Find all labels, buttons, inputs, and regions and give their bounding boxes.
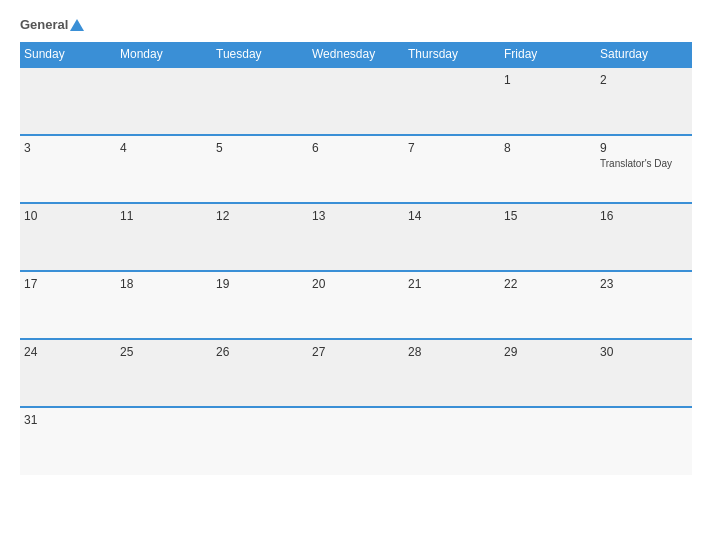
- weekday-header-wednesday: Wednesday: [308, 42, 404, 67]
- calendar-cell: [116, 407, 212, 475]
- calendar-cell: [212, 407, 308, 475]
- calendar-cell: 31: [20, 407, 116, 475]
- calendar-cell: [212, 67, 308, 135]
- day-number: 22: [504, 277, 592, 291]
- day-number: 21: [408, 277, 496, 291]
- calendar-cell: 2: [596, 67, 692, 135]
- calendar-cell: 21: [404, 271, 500, 339]
- calendar-cell: [500, 407, 596, 475]
- day-number: 28: [408, 345, 496, 359]
- weekday-header-saturday: Saturday: [596, 42, 692, 67]
- calendar-week-4: 17181920212223: [20, 271, 692, 339]
- day-number: 10: [24, 209, 112, 223]
- calendar-week-2: 3456789Translator's Day: [20, 135, 692, 203]
- weekday-header-thursday: Thursday: [404, 42, 500, 67]
- calendar-cell: 27: [308, 339, 404, 407]
- calendar-cell: 29: [500, 339, 596, 407]
- logo: General: [20, 18, 84, 32]
- calendar-week-6: 31: [20, 407, 692, 475]
- day-number: 23: [600, 277, 688, 291]
- day-number: 29: [504, 345, 592, 359]
- day-number: 14: [408, 209, 496, 223]
- day-number: 13: [312, 209, 400, 223]
- day-number: 20: [312, 277, 400, 291]
- calendar-cell: [20, 67, 116, 135]
- calendar-cell: 17: [20, 271, 116, 339]
- day-number: 17: [24, 277, 112, 291]
- weekday-header-row: SundayMondayTuesdayWednesdayThursdayFrid…: [20, 42, 692, 67]
- calendar-cell: [404, 67, 500, 135]
- calendar-cell: 19: [212, 271, 308, 339]
- calendar-cell: 10: [20, 203, 116, 271]
- calendar-cell: [116, 67, 212, 135]
- calendar-table: SundayMondayTuesdayWednesdayThursdayFrid…: [20, 42, 692, 475]
- day-number: 9: [600, 141, 688, 155]
- header: General: [20, 18, 692, 32]
- day-number: 6: [312, 141, 400, 155]
- day-number: 8: [504, 141, 592, 155]
- logo-triangle-icon: [70, 19, 84, 31]
- calendar-cell: [308, 407, 404, 475]
- day-number: 24: [24, 345, 112, 359]
- calendar-cell: [308, 67, 404, 135]
- calendar-cell: [596, 407, 692, 475]
- day-number: 7: [408, 141, 496, 155]
- calendar-cell: 9Translator's Day: [596, 135, 692, 203]
- calendar-cell: 6: [308, 135, 404, 203]
- day-number: 27: [312, 345, 400, 359]
- calendar-cell: 15: [500, 203, 596, 271]
- calendar-cell: 4: [116, 135, 212, 203]
- calendar-cell: 11: [116, 203, 212, 271]
- logo-general-text: General: [20, 18, 84, 32]
- day-number: 30: [600, 345, 688, 359]
- calendar-cell: 23: [596, 271, 692, 339]
- calendar-cell: 7: [404, 135, 500, 203]
- calendar-cell: 13: [308, 203, 404, 271]
- calendar-cell: 5: [212, 135, 308, 203]
- calendar-cell: 20: [308, 271, 404, 339]
- calendar-cell: 14: [404, 203, 500, 271]
- day-number: 19: [216, 277, 304, 291]
- weekday-header-friday: Friday: [500, 42, 596, 67]
- day-number: 15: [504, 209, 592, 223]
- day-number: 16: [600, 209, 688, 223]
- day-number: 2: [600, 73, 688, 87]
- day-number: 11: [120, 209, 208, 223]
- weekday-header-monday: Monday: [116, 42, 212, 67]
- calendar-cell: [404, 407, 500, 475]
- calendar-cell: 1: [500, 67, 596, 135]
- calendar-cell: 16: [596, 203, 692, 271]
- calendar-week-1: 12: [20, 67, 692, 135]
- calendar-cell: 12: [212, 203, 308, 271]
- day-number: 26: [216, 345, 304, 359]
- calendar-week-5: 24252627282930: [20, 339, 692, 407]
- weekday-header-sunday: Sunday: [20, 42, 116, 67]
- day-number: 12: [216, 209, 304, 223]
- page: General SundayMondayTuesdayWednesdayThur…: [0, 0, 712, 550]
- day-number: 5: [216, 141, 304, 155]
- calendar-cell: 8: [500, 135, 596, 203]
- calendar-cell: 25: [116, 339, 212, 407]
- calendar-cell: 30: [596, 339, 692, 407]
- holiday-label: Translator's Day: [600, 158, 688, 170]
- day-number: 4: [120, 141, 208, 155]
- calendar-cell: 18: [116, 271, 212, 339]
- day-number: 31: [24, 413, 112, 427]
- calendar-week-3: 10111213141516: [20, 203, 692, 271]
- day-number: 18: [120, 277, 208, 291]
- weekday-header-tuesday: Tuesday: [212, 42, 308, 67]
- calendar-cell: 22: [500, 271, 596, 339]
- day-number: 1: [504, 73, 592, 87]
- calendar-cell: 3: [20, 135, 116, 203]
- day-number: 3: [24, 141, 112, 155]
- calendar-cell: 26: [212, 339, 308, 407]
- calendar-cell: 28: [404, 339, 500, 407]
- calendar-cell: 24: [20, 339, 116, 407]
- day-number: 25: [120, 345, 208, 359]
